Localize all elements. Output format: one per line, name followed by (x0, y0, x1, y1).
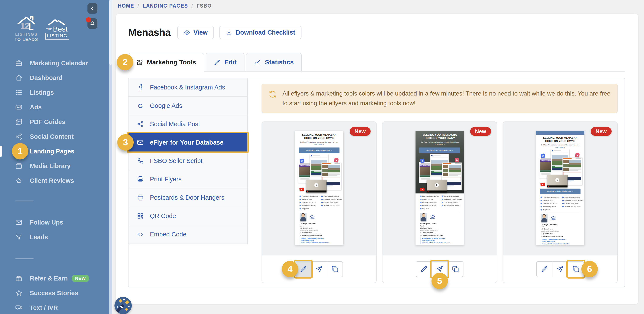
breadcrumb-link-home[interactable]: HOME (118, 3, 134, 9)
pencil-icon (540, 265, 548, 273)
chat-icon (15, 304, 22, 311)
tool-menu-item-eflyer-for-your-database[interactable]: eFlyer for Your Database3 (128, 133, 247, 152)
download-checklist-button[interactable]: Download Checklist (220, 26, 302, 39)
annotation-badge-4: 4 (282, 261, 298, 277)
copy-button[interactable]: 6 (568, 261, 584, 277)
tool-menu-item-google-ads[interactable]: GGoogle Ads (128, 97, 247, 115)
sidebar-scrollbar[interactable] (109, 0, 112, 314)
copy-button[interactable] (327, 261, 343, 277)
tool-menu-item-facebook-instagram-ads[interactable]: Facebook & Instagram Ads (128, 78, 247, 97)
flyer-collage: FOR SALE BY OWNER (536, 149, 584, 188)
sidebar-item-landing-pages[interactable]: Landing Pages1 (0, 144, 109, 159)
flyer-checklist: ✓Facebook/Instagram Ads✓Custom eFlyers✓D… (295, 193, 344, 211)
sidebar-item-pdf-guides[interactable]: PDFPDF Guides (0, 115, 109, 129)
eflyer-thumbnail[interactable]: New SELLING YOUR MENASHA HOME ON YOUR OW… (503, 122, 617, 255)
tab-edit[interactable]: Edit (206, 53, 245, 71)
tool-menu-item-fsbo-seller-script[interactable]: FSBO Seller Script (128, 152, 247, 170)
flyer-checklist-item: ✓Beautiful Sign Riders (299, 205, 318, 206)
magic-wand-fab[interactable] (114, 297, 132, 314)
flyer-collage: FOR SALE BY OWNER (295, 154, 344, 193)
sidebar-nav-tertiary: Refer & EarnNEWSuccess StoriesText / IVR (0, 271, 109, 314)
view-button[interactable]: View (177, 26, 214, 39)
envelope-icon (15, 219, 22, 226)
code-icon (137, 231, 144, 238)
flyer-link: Free List of Foreclosed Homes For Sale (422, 242, 459, 244)
breadcrumb: HOME/LANDING PAGES/FSBO (118, 3, 212, 9)
flyer-agent-row: BestLISTING (536, 212, 584, 222)
sidebar-item-leads[interactable]: Leads (0, 230, 109, 244)
sidebar-item-marketing-calendar[interactable]: Marketing Calendar (0, 56, 109, 71)
flyer-links: Homes Close to Where You WorkFree Home V… (300, 237, 339, 244)
tool-menu-item-label: eFlyer for Your Database (150, 139, 224, 146)
sidebar-item-ads[interactable]: AdAds (0, 100, 109, 115)
sidebar-item-media-library[interactable]: Media Library (0, 159, 109, 173)
sidebar-item-dashboard[interactable]: Dashboard (0, 71, 109, 85)
eflyer-thumbnail[interactable]: New SELLING YOUR MENASHA HOME ON YOUR OW… (382, 122, 497, 255)
tool-menu-item-qr-code[interactable]: QR Code (128, 207, 247, 225)
send-button[interactable] (311, 261, 327, 277)
pencil-icon (214, 59, 221, 66)
tab-label: Edit (224, 59, 237, 66)
sidebar-item-listings[interactable]: Listings (0, 85, 109, 100)
new-pill: NEW (72, 275, 90, 282)
flyer-checklist-item: ✓Custom eFlyers (420, 198, 438, 200)
flyer-checklist-item: ✓YouTube Property Video (321, 205, 342, 206)
chart-icon (254, 59, 261, 66)
tool-menu-item-embed-code[interactable]: Embed Code (128, 225, 247, 243)
l2l-logo-number: 12 (20, 21, 29, 31)
listings-to-leads-logo: 12 LISTINGS TO LEADS (14, 16, 39, 42)
check-icon: ✓ (321, 205, 323, 206)
eflyer-thumbnail[interactable]: New SELLING YOUR MENASHA HOME ON YOUR OW… (262, 122, 376, 255)
alert-text: All eflyers & marketing tools colors wil… (282, 89, 611, 108)
sidebar-item-refer-earn[interactable]: Refer & EarnNEW (0, 271, 109, 286)
breadcrumb-link-landing-pages[interactable]: LANDING PAGES (143, 3, 188, 9)
annotation-badge-6: 6 (581, 261, 598, 277)
youtube-icon (540, 183, 545, 186)
sidebar-item-success-stories[interactable]: Success Stories (0, 286, 109, 300)
notifications-button[interactable] (88, 18, 98, 29)
copy-button[interactable] (447, 261, 464, 277)
eflyer-card-2: New SELLING YOUR MENASHA HOME ON YOUR OW… (382, 121, 497, 283)
check-icon: ✓ (420, 199, 421, 200)
sidebar-item-client-reviews[interactable]: Client Reviews (0, 173, 109, 188)
tool-menu-item-social-media-post[interactable]: Social Media Post (128, 115, 247, 133)
tab-statistics[interactable]: Statistics (246, 53, 302, 71)
flyer-subtitle: Get Free Professional versions of the to… (416, 141, 464, 145)
sidebar-item-social-content[interactable]: Social Content (0, 129, 109, 144)
flyer-video-thumb (547, 175, 568, 187)
flyer-checklist-item: ✓Dedicated Property Website (321, 198, 342, 200)
play-icon (314, 183, 318, 187)
tool-menu-item-print-flyers[interactable]: Print Flyers (128, 170, 247, 188)
check-icon: ✓ (562, 206, 564, 207)
tab-marketing-tools[interactable]: Marketing Tools2 (128, 53, 204, 72)
edit-button[interactable]: 4 (295, 261, 312, 277)
tool-menu-item-postcards-door-hangers[interactable]: Postcards & Door Hangers (128, 188, 247, 207)
check-icon: ✓ (442, 196, 443, 197)
best-listing-logo: THEBest LISTING (43, 18, 71, 40)
agent-company: L2L Realty Demo (420, 227, 459, 229)
check-icon: ✓ (321, 196, 323, 197)
check-icon: ✓ (562, 203, 564, 204)
send-button[interactable]: 5 (432, 261, 448, 277)
tab-content-body: All eflyers & marketing tools colors wil… (248, 78, 624, 287)
sidebar-item-text-ivr[interactable]: Text / IVR (0, 300, 109, 314)
agent-phone: (888) 888-8888 (300, 232, 339, 233)
send-button[interactable] (552, 261, 568, 277)
check-icon: ✓ (420, 208, 421, 209)
check-icon: ✓ (299, 205, 301, 206)
best-listing-text: THEBest (43, 26, 71, 33)
sidebar-item-follow-ups[interactable]: Follow Ups (0, 215, 109, 230)
edit-button[interactable] (416, 261, 432, 277)
edit-button[interactable] (536, 261, 552, 277)
sidebar-scrollbar-thumb[interactable] (109, 0, 112, 65)
check-icon: ✓ (321, 202, 323, 203)
ad-icon: Ad (15, 104, 22, 111)
agent-role: Agent (300, 225, 339, 227)
heart-icon (334, 158, 338, 163)
eflyer-card-3: New SELLING YOUR MENASHA HOME ON YOUR OW… (502, 121, 618, 283)
qr-icon (137, 212, 144, 220)
star-icon (15, 289, 22, 297)
sidebar-collapse-button[interactable] (88, 3, 98, 14)
flyer-link: Homes Close to Where You Work (422, 237, 459, 240)
flyer-checklist-item: ✓Social Media Marketing (442, 195, 462, 197)
